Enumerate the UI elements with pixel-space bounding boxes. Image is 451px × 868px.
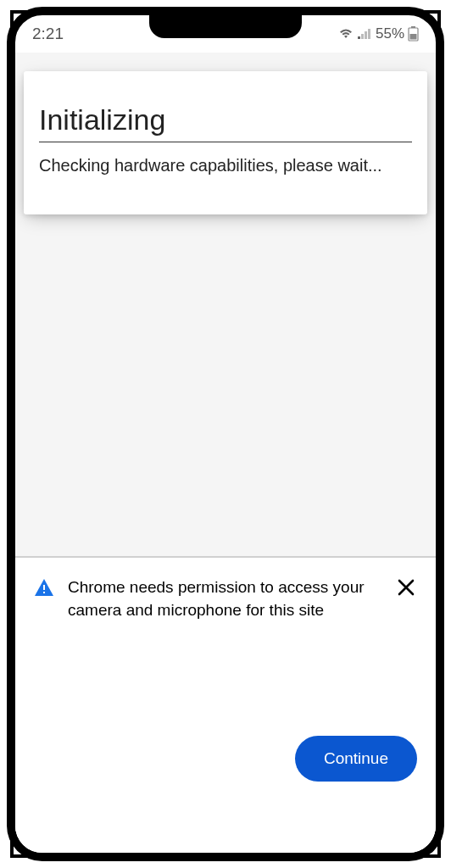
signal-icon xyxy=(357,28,372,40)
wifi-icon xyxy=(338,28,354,40)
svg-rect-6 xyxy=(410,34,417,40)
battery-percent: 55% xyxy=(376,25,404,42)
close-icon xyxy=(397,578,415,597)
svg-rect-0 xyxy=(358,36,360,39)
notch xyxy=(149,14,302,38)
permission-sheet: Chrome needs permission to access your c… xyxy=(15,558,436,853)
permission-message: Chrome needs permission to access your c… xyxy=(68,576,381,621)
battery-icon xyxy=(408,26,419,42)
card-body: Checking hardware capabilities, please w… xyxy=(39,154,412,177)
status-right: 55% xyxy=(338,25,419,42)
initializing-card: Initializing Checking hardware capabilit… xyxy=(24,71,427,214)
status-time: 2:21 xyxy=(32,25,64,43)
close-button[interactable] xyxy=(395,576,417,602)
svg-rect-2 xyxy=(365,31,367,39)
svg-rect-7 xyxy=(43,585,45,590)
card-title: Initializing xyxy=(39,103,412,142)
svg-rect-3 xyxy=(368,29,370,39)
svg-rect-1 xyxy=(361,34,364,39)
continue-button[interactable]: Continue xyxy=(295,736,417,782)
phone-frame: 2:21 55% xyxy=(7,7,444,861)
svg-rect-8 xyxy=(43,592,45,593)
warning-icon xyxy=(34,578,54,600)
content-area: Initializing Checking hardware capabilit… xyxy=(15,53,436,853)
